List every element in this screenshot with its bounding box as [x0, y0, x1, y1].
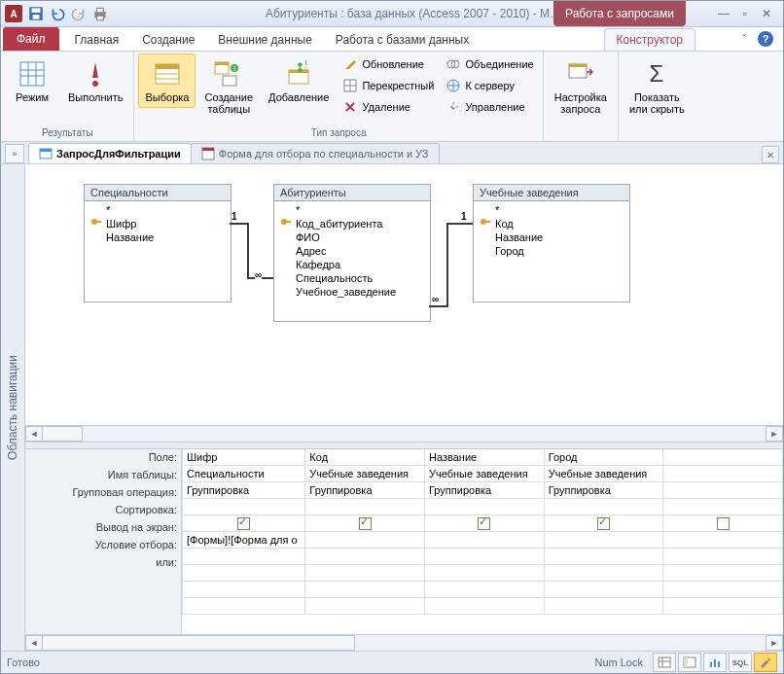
field-row[interactable]: Адрес	[278, 244, 426, 258]
scroll-left-icon[interactable]: ◄	[25, 426, 43, 442]
svg-point-11	[92, 81, 98, 87]
scroll-left-icon[interactable]: ◄	[25, 635, 43, 651]
view-design-icon[interactable]	[754, 653, 777, 672]
svg-rect-43	[659, 657, 670, 667]
svg-rect-48	[710, 662, 712, 667]
relationship-line	[446, 223, 448, 307]
view-sql-icon[interactable]: SQL	[729, 653, 752, 672]
svg-rect-38	[96, 221, 101, 223]
query-design-grid: Поле: Имя таблицы: Групповая операция: С…	[25, 449, 783, 634]
tab-create[interactable]: Создание	[130, 29, 206, 51]
pencil-icon	[342, 56, 358, 72]
tab-external[interactable]: Внешние данные	[206, 29, 324, 51]
svg-rect-50	[718, 661, 720, 667]
doc-close-icon[interactable]: ✕	[762, 146, 779, 163]
wrench-icon	[445, 99, 461, 115]
app-icon: A	[5, 5, 22, 22]
scroll-thumb[interactable]	[43, 426, 83, 442]
field-row[interactable]: Код	[478, 217, 625, 231]
grid-row-table: Специальности Учебные заведения Учебные …	[183, 466, 783, 482]
relationship-line	[429, 305, 448, 307]
setup-icon	[565, 58, 596, 89]
save-icon[interactable]	[26, 4, 46, 23]
ribbon: Режим Выполнить Результаты Выборка ! Соз…	[1, 52, 783, 142]
field-row[interactable]: Город	[478, 244, 625, 258]
field-row[interactable]: Специальность	[278, 271, 426, 285]
close-icon[interactable]: ✕	[760, 7, 773, 20]
run-button[interactable]: Выполнить	[61, 53, 129, 108]
view-pivot-icon[interactable]	[678, 653, 701, 672]
horizontal-splitter[interactable]	[25, 442, 783, 449]
ribbon-group-show-hide: Σ Показать или скрыть	[619, 52, 695, 141]
svg-rect-1	[32, 8, 41, 13]
relationship-line	[230, 223, 249, 225]
doc-tab-inactive[interactable]: Форма для отбора по специальности и УЗ	[191, 143, 440, 163]
field-row[interactable]: *	[278, 203, 426, 217]
field-row[interactable]: Шифр	[89, 217, 227, 231]
data-definition-button[interactable]: Управление	[441, 96, 538, 118]
table-institutions[interactable]: Учебные заведения * Код Название Город	[473, 184, 630, 302]
svg-rect-31	[569, 64, 587, 67]
field-row[interactable]: ФИО	[278, 231, 426, 244]
view-datasheet-icon[interactable]	[653, 653, 676, 672]
crosstab-button[interactable]: Перекрестный	[338, 75, 439, 96]
view-mode-button[interactable]: Режим	[5, 53, 59, 108]
table-specialties[interactable]: Специальности * Шифр Название	[84, 184, 232, 302]
view-chart-icon[interactable]	[703, 653, 727, 672]
make-table-button[interactable]: ! Создание таблицы	[197, 53, 260, 120]
field-row[interactable]: *	[89, 203, 227, 217]
delete-button[interactable]: Удаление	[338, 96, 439, 118]
show-checkbox[interactable]	[717, 517, 730, 530]
union-button[interactable]: Объединение	[441, 53, 538, 75]
redo-icon[interactable]	[69, 4, 89, 23]
tab-home[interactable]: Главная	[63, 29, 131, 51]
tab-file[interactable]: Файл	[3, 27, 59, 51]
ribbon-minimize-icon[interactable]: ˇ	[736, 31, 752, 47]
navigation-pane-collapsed[interactable]: Область навигации	[1, 164, 25, 651]
table-applicants[interactable]: Абитуриенты * Код_абитуриента ФИО Адрес …	[273, 184, 431, 322]
scroll-thumb[interactable]	[43, 635, 355, 651]
relationship-diagram[interactable]: Специальности * Шифр Название Абитуриент…	[25, 164, 783, 425]
maximize-icon[interactable]: ▫	[738, 7, 752, 20]
passthrough-button[interactable]: К серверу	[441, 75, 538, 96]
relationship-line	[247, 223, 249, 279]
shutter-open-icon[interactable]: »	[5, 144, 24, 163]
ribbon-tabs: Файл Главная Создание Внешние данные Раб…	[1, 27, 783, 52]
grid-row-field: Шифр Код Название Город	[183, 449, 783, 466]
grid-hscroll[interactable]: ◄ ►	[25, 634, 783, 651]
svg-rect-47	[684, 657, 688, 667]
crosstab-icon	[342, 78, 358, 93]
query-grid-table[interactable]: Шифр Код Название Город Специальности Уч…	[182, 449, 783, 615]
show-checkbox[interactable]	[359, 517, 372, 530]
show-checkbox[interactable]	[597, 517, 610, 530]
help-icon[interactable]: ?	[758, 31, 773, 47]
undo-icon[interactable]	[48, 4, 67, 23]
print-icon[interactable]	[90, 4, 110, 23]
field-row[interactable]: *	[478, 203, 625, 217]
doc-tab-active[interactable]: ЗапросДляФильтрации	[28, 143, 192, 163]
field-row[interactable]: Название	[89, 231, 227, 244]
svg-rect-17	[215, 62, 229, 65]
table-icon	[152, 58, 183, 89]
tab-dbtools[interactable]: Работа с базами данных	[324, 29, 481, 51]
diagram-hscroll[interactable]: ◄ ►	[25, 425, 783, 442]
svg-rect-51	[767, 658, 770, 661]
show-hide-button[interactable]: Σ Показать или скрыть	[623, 53, 692, 120]
query-setup-button[interactable]: Настройка запроса	[548, 53, 614, 120]
append-button[interactable]: ! Добавление	[262, 53, 336, 108]
field-row[interactable]: Код_абитуриента	[278, 217, 426, 231]
minimize-icon[interactable]: —	[717, 7, 731, 20]
svg-rect-5	[97, 16, 104, 20]
scroll-right-icon[interactable]: ►	[766, 426, 783, 442]
tab-designer[interactable]: Конструктор	[604, 28, 695, 51]
field-row[interactable]: Кафедра	[278, 258, 426, 271]
update-button[interactable]: Обновление	[338, 53, 439, 75]
field-row[interactable]: Название	[478, 231, 625, 244]
scroll-right-icon[interactable]: ►	[766, 635, 783, 651]
svg-rect-40	[286, 221, 291, 223]
select-query-button[interactable]: Выборка	[138, 53, 196, 108]
show-checkbox[interactable]	[237, 517, 250, 530]
field-row[interactable]: Учебное_заведение	[278, 285, 426, 299]
svg-text:!: !	[304, 59, 307, 70]
show-checkbox[interactable]	[478, 517, 490, 530]
